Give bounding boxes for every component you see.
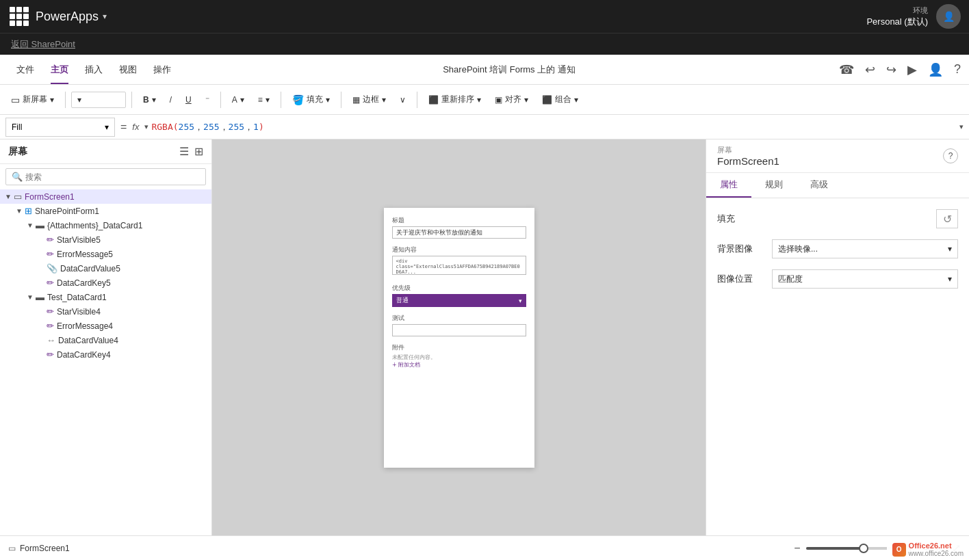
app-title-chevron[interactable]: ▾ <box>103 12 107 21</box>
sharepoint-form-icon: ⊞ <box>25 206 32 216</box>
search-input[interactable] <box>25 172 200 182</box>
fx-label: fx <box>132 122 139 132</box>
user-icon[interactable]: 👤 <box>928 62 943 77</box>
search-box[interactable]: 🔍 <box>5 168 206 185</box>
tree-label-sv5: StarVisible5 <box>57 235 211 245</box>
reorder-button[interactable]: ⬛ 重新排序▾ <box>423 91 487 108</box>
user-avatar[interactable]: 👤 <box>936 4 961 29</box>
tab-advanced[interactable]: 高级 <box>797 173 842 198</box>
field-priority: 优先级 普通 ▾ <box>392 284 526 307</box>
bg-image-select[interactable]: 选择映像... ▾ <box>772 239 958 258</box>
separator-3 <box>220 92 221 108</box>
tree-item-datacardvalue4[interactable]: ↔ DataCardValue4 <box>0 333 211 347</box>
menu-actions[interactable]: 操作 <box>145 59 179 80</box>
priority-chevron: ▾ <box>519 297 522 304</box>
tree-item-datacardvalue5[interactable]: 📎 DataCardValue5 <box>0 261 211 276</box>
zoom-thumb[interactable] <box>859 544 868 553</box>
watermark-icon: O <box>892 543 906 557</box>
tree-item-errormessage4[interactable]: ✏ ErrorMessage4 <box>0 319 211 333</box>
screen-label: 屏幕 <box>717 145 779 155</box>
fill-bucket-icon: 🪣 <box>292 94 304 105</box>
group-button[interactable]: ⬛ 组合▾ <box>537 91 584 108</box>
property-image-position: 图像位置 匹配度 ▾ <box>717 269 958 289</box>
formula-a: 1 <box>253 122 259 132</box>
border-button[interactable]: ▦ 边框▾ <box>347 91 391 108</box>
tree-item-attachments[interactable]: ▼ ▬ {Attachments}_DataCard1 <box>0 218 211 232</box>
strikethrough-button[interactable]: ⁻ <box>200 92 215 107</box>
help-button[interactable]: ? <box>943 148 958 163</box>
field-title-input[interactable] <box>392 226 526 239</box>
tree-item-sharepointform1[interactable]: ▼ ⊞ SharePointForm1 <box>0 204 211 218</box>
property-bg-image: 背景图像 选择映像... ▾ <box>717 239 958 258</box>
play-icon[interactable]: ▶ <box>907 62 917 77</box>
right-panel: 屏幕 FormScreen1 ? 属性 规则 高级 填充 ↺ 背景图像 <box>706 139 969 535</box>
menu-view[interactable]: 视图 <box>111 59 145 80</box>
tree-item-errormessage5[interactable]: ✏ ErrorMessage5 <box>0 247 211 261</box>
align2-button[interactable]: ▣ 对齐▾ <box>489 91 534 108</box>
field-content-input[interactable]: <div class="ExternalClass51AFFDA675B9421… <box>392 256 526 275</box>
formula-bar: Fill ▾ = fx ▾ RGBA(255，255，255，1) ▾ <box>0 115 969 139</box>
list-view-icon[interactable]: ☰ <box>179 145 189 158</box>
field-priority-label: 优先级 <box>392 284 526 293</box>
bold-button[interactable]: B▾ <box>138 92 162 107</box>
formula-expand-chevron[interactable]: ▾ <box>959 122 964 131</box>
fill-color-button[interactable]: ↺ <box>936 209 958 228</box>
underline-button[interactable]: U <box>180 92 197 107</box>
tab-rules[interactable]: 规则 <box>751 173 797 198</box>
align-button[interactable]: ≡▾ <box>253 92 275 107</box>
attach-file-button[interactable]: ∔ 附加文档 <box>392 361 526 369</box>
tree-item-testdatacard[interactable]: ▼ ▬ Test_DataCard1 <box>0 290 211 304</box>
undo-icon[interactable]: ↩ <box>865 62 875 77</box>
formula-content[interactable]: RGBA(255，255，255，1) <box>151 121 957 133</box>
property-chevron: ▾ <box>105 122 109 132</box>
formula-fn: RGBA( <box>151 122 178 132</box>
italic-button[interactable]: / <box>164 92 177 107</box>
fill-label: 填充 <box>717 213 772 225</box>
pencil-icon-sv5: ✏ <box>47 235 54 245</box>
breadcrumb-link[interactable]: 返回 SharePoint <box>11 38 75 51</box>
font-family-select[interactable]: ▾ <box>71 92 126 108</box>
menu-insert[interactable]: 插入 <box>77 59 111 80</box>
formula-chevron[interactable]: ▾ <box>144 122 148 131</box>
environment-info: 环境 Personal (默认) <box>866 5 928 28</box>
form-canvas: 标题 通知内容 <div class="ExternalClass51AFFDA… <box>384 208 534 468</box>
menu-home[interactable]: 主页 <box>42 59 77 80</box>
bg-chevron: ▾ <box>948 244 952 254</box>
field-test-input[interactable] <box>392 324 526 336</box>
tree-container: ▼ ▭ FormScreen1 ▼ ⊞ SharePointForm1 ▼ ▬ … <box>0 189 211 535</box>
tree-item-starvisible5[interactable]: ✏ StarVisible5 <box>0 232 211 247</box>
formula-close: ) <box>259 122 264 132</box>
font-size-button[interactable]: A▾ <box>227 92 250 107</box>
separator-2 <box>131 92 132 108</box>
attachment-icon-dcv5: 📎 <box>47 263 57 274</box>
zoom-minus-button[interactable]: − <box>794 542 800 555</box>
fill-button[interactable]: 🪣 填充▾ <box>287 91 335 108</box>
right-panel-header: 屏幕 FormScreen1 ? <box>706 139 969 173</box>
phone-icon[interactable]: ☎ <box>839 62 854 77</box>
waffle-button[interactable] <box>8 5 30 27</box>
tree-item-formscreen1[interactable]: ▼ ▭ FormScreen1 <box>0 189 211 204</box>
field-content-label: 通知内容 <box>392 245 526 254</box>
grid-view-icon[interactable]: ⊞ <box>194 145 203 158</box>
new-screen-button[interactable]: ▭ 新屏幕 ▾ <box>5 91 60 108</box>
tree-item-starvisible4[interactable]: ✏ StarVisible4 <box>0 304 211 319</box>
more-button[interactable]: ∨ <box>394 92 411 107</box>
menu-file[interactable]: 文件 <box>8 59 42 80</box>
menu-right-icons: ☎ ↩ ↪ ▶ 👤 ? <box>839 62 961 77</box>
tree-item-datacardkey5[interactable]: ✏ DataCardKey5 <box>0 276 211 290</box>
new-screen-chevron: ▾ <box>50 95 54 105</box>
pencil-icon-dck5: ✏ <box>47 278 54 288</box>
tab-properties[interactable]: 属性 <box>706 173 751 198</box>
property-selector[interactable]: Fill ▾ <box>5 118 115 137</box>
tree-label-formscreen1: FormScreen1 <box>25 192 211 202</box>
tree-item-datacardkey4[interactable]: ✏ DataCardKey4 <box>0 347 211 362</box>
redo-icon[interactable]: ↪ <box>886 62 896 77</box>
image-position-select[interactable]: 匹配度 ▾ <box>772 269 958 289</box>
field-priority-select[interactable]: 普通 ▾ <box>392 294 526 307</box>
app-name: SharePoint 培训 Forms 上的 通知 <box>443 64 576 76</box>
align-icon: ▣ <box>495 95 502 105</box>
formula-b: 255 <box>229 122 244 132</box>
formula-r: 255 <box>179 122 194 132</box>
field-test: 测试 <box>392 314 526 336</box>
help-icon[interactable]: ? <box>954 62 961 77</box>
